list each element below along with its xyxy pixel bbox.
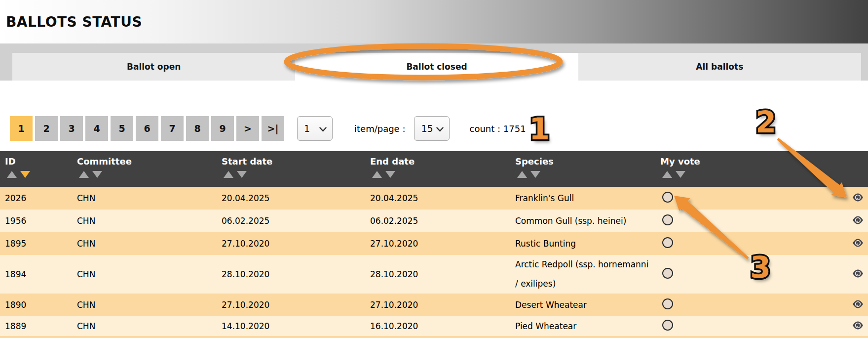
cell-id: 1894 <box>0 255 72 294</box>
table-row: 1889 CHN 14.10.2020 16.10.2020 Pied Whea… <box>0 316 868 336</box>
cell-my-vote <box>655 187 834 210</box>
column-header-species: Species <box>510 151 655 187</box>
page-button-2[interactable]: 2 <box>35 116 58 141</box>
page-button-7[interactable]: 7 <box>161 116 184 141</box>
table-row: 1895 CHN 27.10.2020 27.10.2020 Rustic Bu… <box>0 232 868 255</box>
sort-asc-icon[interactable] <box>7 171 17 178</box>
sort-desc-icon[interactable] <box>92 171 102 178</box>
sort-desc-icon[interactable] <box>20 171 30 178</box>
cell-view <box>834 187 868 210</box>
cell-id: 1895 <box>0 232 72 255</box>
tab-all-ballots[interactable]: All ballots <box>578 53 861 81</box>
cell-id: 1956 <box>0 210 72 232</box>
cell-my-vote <box>655 232 834 255</box>
chevron-down-icon <box>436 123 444 134</box>
table-row: 1956 CHN 06.02.2025 06.02.2025 Common Gu… <box>0 210 868 232</box>
cell-view <box>834 294 868 316</box>
table-row: 1890 CHN 27.10.2020 27.10.2020 Desert Wh… <box>0 294 868 316</box>
page-button-3[interactable]: 3 <box>60 116 83 141</box>
page-button-1[interactable]: 1 <box>10 116 33 141</box>
eye-icon[interactable] <box>852 300 864 308</box>
page-select[interactable]: 1 <box>297 116 333 141</box>
column-header-committee: Committee <box>72 151 217 187</box>
eye-icon[interactable] <box>852 216 864 224</box>
page-button-5[interactable]: 5 <box>111 116 133 141</box>
cell-start-date: 27.10.2020 <box>217 232 365 255</box>
vote-radio[interactable] <box>662 268 673 279</box>
page-button-4[interactable]: 4 <box>85 116 108 141</box>
sort-asc-icon[interactable] <box>662 171 672 178</box>
sort-desc-icon[interactable] <box>676 171 685 178</box>
cell-committee: CHN <box>72 255 217 294</box>
next-row-sliver <box>0 336 868 338</box>
cell-start-date: 28.10.2020 <box>217 255 365 294</box>
cell-committee: CHN <box>72 232 217 255</box>
eye-icon[interactable] <box>852 239 864 247</box>
cell-view <box>834 232 868 255</box>
tab-ballot-open[interactable]: Ballot open <box>12 53 295 81</box>
cell-start-date: 27.10.2020 <box>217 294 365 316</box>
page-button->[interactable]: > <box>236 116 259 141</box>
vote-radio[interactable] <box>662 320 673 331</box>
vote-radio[interactable] <box>662 298 673 309</box>
eye-icon[interactable] <box>852 321 864 330</box>
cell-committee: CHN <box>72 294 217 316</box>
cell-my-vote <box>655 316 834 336</box>
sort-asc-icon[interactable] <box>372 171 382 178</box>
cell-species: Arctic Redpoll (ssp. hornemanni / exilip… <box>510 255 655 294</box>
cell-species: Common Gull (ssp. heinei) <box>510 210 655 232</box>
column-header-view <box>834 151 868 187</box>
cell-my-vote <box>655 255 834 294</box>
cell-species: Franklin's Gull <box>510 187 655 210</box>
table-header-row: ID Committee Start date End date Species… <box>0 151 868 187</box>
column-header-end-date: End date <box>365 151 510 187</box>
eye-icon[interactable] <box>852 269 864 278</box>
count-label: count : 1751 <box>469 124 526 134</box>
cell-species: Rustic Bunting <box>510 232 655 255</box>
column-header-start-date: Start date <box>217 151 365 187</box>
cell-end-date: 28.10.2020 <box>365 255 510 294</box>
cell-species: Pied Wheatear <box>510 316 655 336</box>
cell-id: 1889 <box>0 316 72 336</box>
cell-my-vote <box>655 210 834 232</box>
cell-my-vote <box>655 294 834 316</box>
cell-start-date: 14.10.2020 <box>217 316 365 336</box>
cell-view <box>834 210 868 232</box>
vote-radio[interactable] <box>662 214 673 225</box>
sort-asc-icon[interactable] <box>224 171 233 178</box>
ballots-table: ID Committee Start date End date Species… <box>0 151 868 336</box>
cell-end-date: 20.04.2025 <box>365 187 510 210</box>
sort-asc-icon[interactable] <box>517 171 527 178</box>
eye-icon[interactable] <box>852 193 864 202</box>
cell-id: 1890 <box>0 294 72 316</box>
chevron-down-icon <box>319 123 327 134</box>
cell-species: Desert Wheatear <box>510 294 655 316</box>
vote-radio[interactable] <box>662 192 673 203</box>
cell-end-date: 16.10.2020 <box>365 316 510 336</box>
tab-ballot-closed[interactable]: Ballot closed <box>295 53 578 81</box>
page-button-6[interactable]: 6 <box>136 116 158 141</box>
page-button-9[interactable]: 9 <box>211 116 234 141</box>
cell-view <box>834 255 868 294</box>
table-row: 1894 CHN 28.10.2020 28.10.2020 Arctic Re… <box>0 255 868 294</box>
items-per-page-label: item/page : <box>354 124 405 134</box>
sort-desc-icon[interactable] <box>385 171 395 178</box>
page-button-8[interactable]: 8 <box>186 116 209 141</box>
column-header-id: ID <box>0 151 72 187</box>
column-header-my-vote: My vote <box>655 151 834 187</box>
vote-radio[interactable] <box>662 237 673 248</box>
cell-start-date: 06.02.2025 <box>217 210 365 232</box>
sort-desc-icon[interactable] <box>530 171 540 178</box>
items-per-page-value: 15 <box>421 123 433 134</box>
page-title: BALLOTS STATUS <box>6 14 142 30</box>
table-row: 2026 CHN 20.04.2025 20.04.2025 Franklin'… <box>0 187 868 210</box>
tab-bar: Ballot open Ballot closed All ballots <box>0 43 868 81</box>
pagination-controls: 123456789>>| 1 item/page : 15 count : 17… <box>0 116 868 141</box>
sort-asc-icon[interactable] <box>79 171 89 178</box>
cell-end-date: 06.02.2025 <box>365 210 510 232</box>
cell-end-date: 27.10.2020 <box>365 232 510 255</box>
items-per-page-select[interactable]: 15 <box>414 116 450 141</box>
sort-desc-icon[interactable] <box>237 171 247 178</box>
cell-start-date: 20.04.2025 <box>217 187 365 210</box>
page-button->|[interactable]: >| <box>262 116 284 141</box>
